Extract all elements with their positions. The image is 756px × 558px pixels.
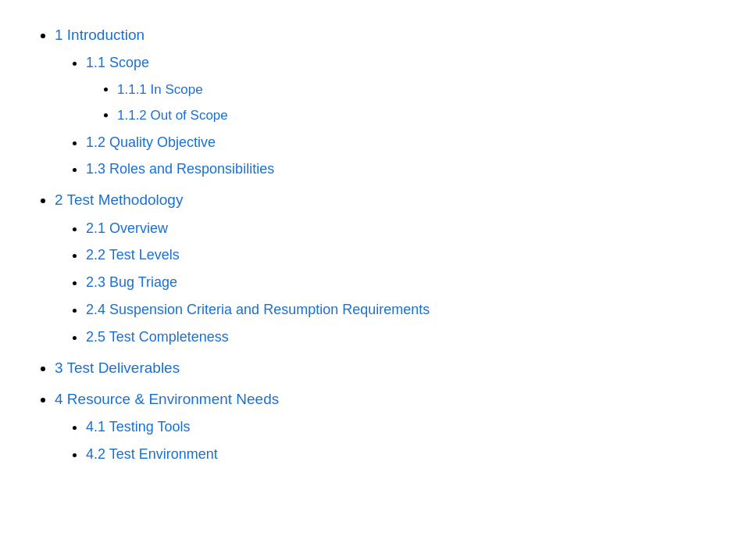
toc-sublist-scope: 1.1.1 In Scope 1.1.2 Out of Scope <box>86 79 725 126</box>
toc-link-resource[interactable]: 4 Resource & Environment Needs <box>55 391 279 407</box>
toc-item-bug-triage: 2.3 Bug Triage <box>86 271 725 294</box>
toc-sublist-resource: 4.1 Testing Tools 4.2 Test Environment <box>55 416 725 466</box>
toc-link-out-scope[interactable]: 1.1.2 Out of Scope <box>117 108 228 123</box>
toc-item-suspension: 2.4 Suspension Criteria and Resumption R… <box>86 299 725 321</box>
toc-link-suspension[interactable]: 2.4 Suspension Criteria and Resumption R… <box>86 302 430 317</box>
toc-link-deliverables[interactable]: 3 Test Deliverables <box>55 359 180 376</box>
toc-link-test-method[interactable]: 2 Test Methodology <box>55 191 183 208</box>
toc-item-out-scope: 1.1.2 Out of Scope <box>117 105 725 126</box>
toc-link-scope[interactable]: 1.1 Scope <box>86 55 149 70</box>
toc-link-testing-tools[interactable]: 4.1 Testing Tools <box>86 419 190 435</box>
toc-link-quality-obj[interactable]: 1.2 Quality Objective <box>86 134 216 150</box>
toc-item-in-scope: 1.1.1 In Scope <box>117 79 725 100</box>
toc-link-in-scope[interactable]: 1.1.1 In Scope <box>117 82 203 97</box>
toc-item-scope: 1.1 Scope 1.1.1 In Scope 1.1.2 Out of Sc… <box>86 52 725 126</box>
toc-list: 1 Introduction 1.1 Scope 1.1.1 In Scope … <box>31 23 725 466</box>
toc-sublist-test-method: 2.1 Overview 2.2 Test Levels 2.3 Bug Tri… <box>55 217 725 349</box>
toc-link-overview[interactable]: 2.1 Overview <box>86 220 168 236</box>
toc-link-test-levels[interactable]: 2.2 Test Levels <box>86 247 180 263</box>
toc-item-roles: 1.3 Roles and Responsibilities <box>86 158 725 181</box>
toc-item-resource: 4 Resource & Environment Needs 4.1 Testi… <box>55 388 725 466</box>
toc-item-test-method: 2 Test Methodology 2.1 Overview 2.2 Test… <box>55 188 725 348</box>
toc-item-deliverables: 3 Test Deliverables <box>55 356 725 380</box>
toc-item-intro: 1 Introduction 1.1 Scope 1.1.1 In Scope … <box>55 23 725 181</box>
toc-item-overview: 2.1 Overview <box>86 217 725 240</box>
toc-link-roles[interactable]: 1.3 Roles and Responsibilities <box>86 161 274 177</box>
toc-item-testing-tools: 4.1 Testing Tools <box>86 416 725 438</box>
toc-item-completeness: 2.5 Test Completeness <box>86 326 725 349</box>
toc-link-bug-triage[interactable]: 2.3 Bug Triage <box>86 274 177 290</box>
toc-item-quality-obj: 1.2 Quality Objective <box>86 131 725 154</box>
toc-item-test-levels: 2.2 Test Levels <box>86 244 725 266</box>
toc-link-completeness[interactable]: 2.5 Test Completeness <box>86 329 229 345</box>
toc-sublist-intro: 1.1 Scope 1.1.1 In Scope 1.1.2 Out of Sc… <box>55 52 725 181</box>
toc-item-test-env: 4.2 Test Environment <box>86 443 725 466</box>
toc-link-intro[interactable]: 1 Introduction <box>55 27 144 43</box>
toc-link-test-env[interactable]: 4.2 Test Environment <box>86 446 218 462</box>
